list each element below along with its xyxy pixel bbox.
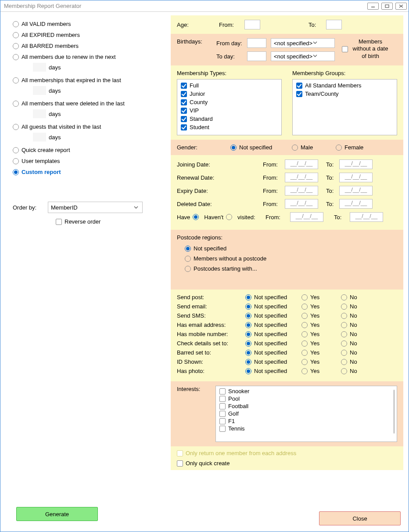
type-check-standard[interactable] <box>181 116 187 122</box>
has-mobile-no[interactable] <box>341 331 347 337</box>
has-mobile-ns[interactable] <box>245 331 251 337</box>
radio-barred-members[interactable] <box>13 43 19 49</box>
order-by-select[interactable]: MemberID <box>48 202 143 213</box>
radio-quick-create[interactable] <box>13 147 19 153</box>
radio-guests-last[interactable] <box>13 124 19 130</box>
visited-have[interactable] <box>193 214 199 220</box>
send-email-no[interactable] <box>341 304 347 310</box>
interest-snooker[interactable] <box>219 388 226 394</box>
no-dob-check[interactable] <box>342 46 348 52</box>
radio-expired-members[interactable] <box>13 32 19 38</box>
send-post-no[interactable] <box>341 294 347 300</box>
to-day-input[interactable] <box>247 51 266 61</box>
id-shown-yes[interactable] <box>301 359 308 365</box>
radio-valid-members[interactable] <box>13 21 19 27</box>
from-month-select[interactable]: <not specified> <box>271 38 335 48</box>
postcode-no-postcode[interactable] <box>185 256 191 262</box>
barred-no[interactable] <box>341 350 347 356</box>
only-quick-create-check[interactable] <box>177 460 183 467</box>
send-sms-no[interactable] <box>341 313 347 319</box>
id-shown-ns[interactable] <box>245 359 251 365</box>
joining-from[interactable]: __/__/__ <box>285 159 318 169</box>
date-panel: Joining Date:From:__/__/__To:__/__/__ Re… <box>171 155 403 230</box>
check-details-no[interactable] <box>341 340 347 347</box>
visited-havent[interactable] <box>226 214 232 220</box>
from-day-input[interactable] <box>247 38 266 48</box>
age-from-input[interactable] <box>244 20 260 29</box>
types-head: Membership Types: <box>177 70 282 76</box>
close-window-button[interactable] <box>395 3 407 10</box>
deleted-to[interactable]: __/__/__ <box>339 199 373 209</box>
chevron-down-icon <box>133 205 139 211</box>
send-sms-ns[interactable] <box>245 313 251 319</box>
barred-ns[interactable] <box>245 350 251 356</box>
minimize-button[interactable] <box>367 3 379 10</box>
radio-label: User templates <box>22 158 60 164</box>
type-check-vip[interactable] <box>181 108 187 114</box>
radio-custom-report[interactable] <box>13 169 19 175</box>
check-details-ns[interactable] <box>245 340 251 347</box>
deleted-from[interactable]: __/__/__ <box>285 199 318 209</box>
gender-not-specified[interactable] <box>230 145 237 151</box>
send-sms-yes[interactable] <box>301 313 308 319</box>
send-email-yes[interactable] <box>301 304 308 310</box>
send-post-ns[interactable] <box>245 294 251 300</box>
radio-expired-last[interactable] <box>13 77 19 83</box>
interest-golf[interactable] <box>219 411 226 417</box>
renewal-to[interactable]: __/__/__ <box>339 173 373 182</box>
group-check-team[interactable] <box>296 91 302 97</box>
days-input-deleted[interactable] <box>33 109 46 118</box>
send-email-ns[interactable] <box>245 304 251 310</box>
visited-to[interactable]: __/__/__ <box>350 212 383 222</box>
reverse-order-label: Reverse order <box>65 218 100 225</box>
type-check-county[interactable] <box>181 99 187 105</box>
maximize-button[interactable] <box>381 3 393 10</box>
interests-list[interactable]: Snooker Pool Football Golf F1 Tennis <box>215 386 397 442</box>
has-photo-no[interactable] <box>341 368 347 374</box>
type-check-student[interactable] <box>181 124 187 130</box>
interest-pool[interactable] <box>219 396 226 402</box>
barred-yes[interactable] <box>301 350 308 356</box>
interest-f1[interactable] <box>219 418 226 424</box>
renewal-from[interactable]: __/__/__ <box>285 173 318 182</box>
groups-list[interactable]: All Standard Members Team/County <box>292 79 397 135</box>
type-check-full[interactable] <box>181 83 187 89</box>
radio-deleted-last[interactable] <box>13 101 19 107</box>
has-photo-ns[interactable] <box>245 368 251 374</box>
expiry-from[interactable]: __/__/__ <box>285 186 318 195</box>
has-email-no[interactable] <box>341 322 347 328</box>
close-button[interactable]: Close <box>319 511 401 525</box>
group-check-standard[interactable] <box>296 83 302 89</box>
has-email-ns[interactable] <box>245 322 251 328</box>
age-to-label: To: <box>309 22 326 28</box>
days-input-expired[interactable] <box>33 86 46 95</box>
radio-user-templates[interactable] <box>13 158 19 164</box>
radio-renew-next[interactable] <box>13 54 19 60</box>
visited-from[interactable]: __/__/__ <box>290 212 323 222</box>
type-check-junior[interactable] <box>181 91 187 97</box>
reverse-order-check[interactable] <box>56 219 62 225</box>
radio-label: Custom report <box>22 169 61 175</box>
scrollbar[interactable] <box>393 390 395 434</box>
check-details-yes[interactable] <box>301 340 308 347</box>
chevron-down-icon <box>312 40 318 47</box>
postcode-not-specified[interactable] <box>185 246 191 252</box>
joining-to[interactable]: __/__/__ <box>339 159 373 169</box>
send-post-yes[interactable] <box>301 294 308 300</box>
gender-male[interactable] <box>292 145 298 151</box>
postcode-starting-with[interactable] <box>185 266 191 272</box>
expiry-to[interactable]: __/__/__ <box>339 186 373 195</box>
types-list[interactable]: Full Junior County VIP Standard Student <box>177 79 282 135</box>
generate-button[interactable]: Generate <box>16 507 98 521</box>
interest-tennis[interactable] <box>219 426 226 432</box>
to-month-select[interactable]: <not specified> <box>271 51 335 61</box>
has-mobile-yes[interactable] <box>301 331 308 337</box>
days-input-renew[interactable] <box>33 63 46 72</box>
gender-female[interactable] <box>336 145 342 151</box>
age-to-input[interactable] <box>326 20 342 29</box>
days-input-guests[interactable] <box>33 133 46 141</box>
interest-football[interactable] <box>219 403 226 409</box>
id-shown-no[interactable] <box>341 359 347 365</box>
has-email-yes[interactable] <box>301 322 308 328</box>
has-photo-yes[interactable] <box>301 368 308 374</box>
